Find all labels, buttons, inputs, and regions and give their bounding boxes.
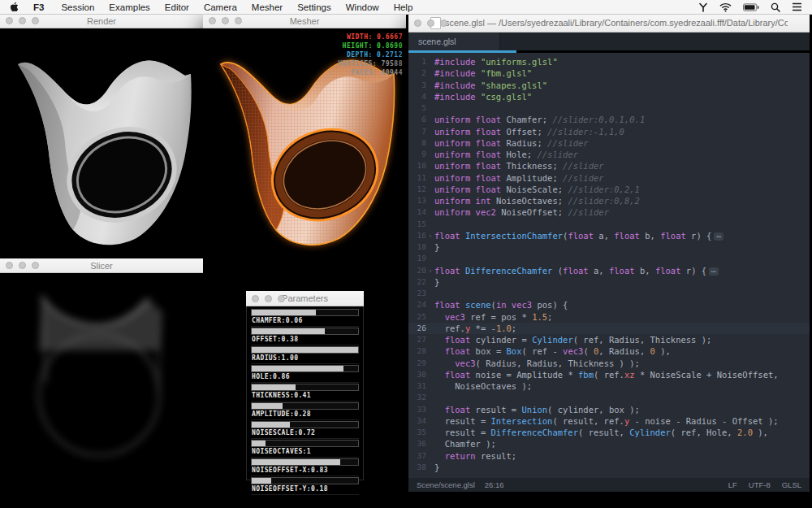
code-line-5[interactable]: 5 (408, 102, 810, 114)
fold-arrow-icon[interactable]: › (426, 265, 434, 276)
slider-radius[interactable]: RADIUS:1.00 (251, 346, 359, 364)
slider-chamfer[interactable]: CHAMFER:0.06 (251, 309, 359, 327)
zoom-button[interactable] (278, 295, 285, 302)
status-item[interactable]: GLSL (782, 480, 801, 489)
code-line-31[interactable]: 31 NoiseOctaves ); (408, 380, 810, 392)
parameters-titlebar[interactable]: Parameters (246, 291, 364, 306)
tab-scene-glsl[interactable]: scene.glsl (408, 33, 500, 50)
slider-offset[interactable]: OFFSET:0.38 (251, 328, 359, 345)
code-line-16[interactable]: 16›float IntersectionChamfer(float a, fl… (408, 230, 810, 241)
menu-item-editor[interactable]: Editor (158, 2, 197, 12)
menu-item-session[interactable]: Session (54, 2, 102, 12)
slider-track[interactable] (251, 346, 359, 354)
code-line-2[interactable]: 2#include "fbm.glsl" (408, 67, 810, 79)
code-editor[interactable]: 1#include "uniforms.glsl"2#include "fbm.… (408, 53, 810, 478)
slider-track[interactable] (251, 309, 359, 316)
code-line-13[interactable]: 13uniform int NoiseOctaves; //slider:0,8… (408, 195, 810, 206)
wifi-icon[interactable] (719, 2, 732, 12)
minimize-button[interactable] (222, 17, 229, 24)
code-line-3[interactable]: 3#include "shapes.glsl" (408, 80, 810, 91)
menu-item-examples[interactable]: Examples (102, 2, 158, 12)
minimize-button[interactable] (19, 262, 26, 269)
slicer-viewport[interactable] (0, 273, 203, 508)
menu-item-help[interactable]: Help (387, 2, 421, 12)
slider-track[interactable] (251, 365, 359, 372)
y-tool-icon[interactable] (698, 2, 708, 12)
code-line-1[interactable]: 1#include "uniforms.glsl" (408, 56, 810, 67)
code-line-35[interactable]: 35 result = DifferenceChamfer( result, C… (408, 427, 810, 438)
slider-noiseoctaves[interactable]: NOISEOCTAVES:1 (251, 440, 359, 458)
mesher-viewport[interactable]: WIDTH: 0.6667HEIGHT: 0.8690DEPTH: 0.2712… (203, 28, 406, 258)
mesher-titlebar[interactable]: Mesher (203, 14, 406, 28)
zoom-button[interactable] (32, 17, 39, 24)
code-line-12[interactable]: 12uniform float NoiseScale; //slider:0,2… (408, 184, 810, 195)
code-line-8[interactable]: 8uniform float Radius; //slider (408, 137, 810, 149)
code-line-38[interactable]: 38} (408, 462, 810, 473)
slider-track[interactable] (251, 384, 359, 391)
slider-track[interactable] (251, 440, 359, 447)
code-line-32[interactable]: 32 (408, 392, 810, 403)
battery-icon[interactable] (743, 3, 759, 11)
minimize-button[interactable] (427, 20, 434, 27)
close-button[interactable] (252, 295, 259, 302)
minimize-button[interactable] (265, 295, 272, 302)
code-line-37[interactable]: 37 return result; (408, 450, 810, 462)
zoom-button[interactable] (32, 262, 39, 269)
slider-thickness[interactable]: THICKNESS:0.41 (251, 384, 359, 402)
code-line-25[interactable]: 25 vec3 ref = pos * 1.5; (408, 311, 810, 323)
code-line-19[interactable]: 19 (408, 253, 810, 264)
code-line-9[interactable]: 9uniform float Hole; //slider (408, 149, 810, 160)
code-line-15[interactable]: 15 (408, 219, 810, 230)
zoom-button[interactable] (440, 20, 447, 27)
code-line-36[interactable]: 36 Chamfer ); (408, 438, 810, 449)
code-line-11[interactable]: 11uniform float Amplitude; //slider (408, 172, 810, 184)
code-line-14[interactable]: 14uniform vec2 NoiseOffset; //slider (408, 206, 810, 218)
slider-track[interactable] (251, 477, 359, 484)
spotlight-search-icon[interactable] (771, 2, 780, 12)
slider-track[interactable] (251, 458, 359, 466)
close-button[interactable] (6, 262, 13, 269)
code-line-20[interactable]: 20›float DifferenceChamfer (float a, flo… (408, 265, 810, 276)
code-line-30[interactable]: 30 float noise = Amplitude * fbm( ref.xz… (408, 369, 810, 380)
slider-amplitude[interactable]: AMPLITUDE:0.28 (251, 402, 359, 420)
code-line-18[interactable]: 18} (408, 241, 810, 253)
code-line-29[interactable]: 29 vec3( Radius, Radius, Thickness ) ); (408, 358, 810, 369)
slider-hole[interactable]: HOLE:0.86 (251, 365, 359, 383)
minimize-button[interactable] (19, 17, 26, 24)
menu-item-app[interactable]: F3 (27, 2, 50, 12)
editor-titlebar[interactable]: scene.glsl — /Users/syedrezaali/Library/… (408, 14, 810, 33)
notification-center-icon[interactable] (792, 2, 802, 11)
code-line-34[interactable]: 34 result = Intersection( result, ref.y … (408, 415, 810, 427)
zoom-button[interactable] (235, 17, 242, 24)
code-line-6[interactable]: 6uniform float Chamfer; //slider:0,0.1,0… (408, 114, 810, 125)
code-line-33[interactable]: 33 float result = Union( cylinder, box )… (408, 404, 810, 415)
menu-item-settings[interactable]: Settings (290, 2, 339, 12)
close-button[interactable] (6, 17, 13, 24)
slider-noiseoffset-y[interactable]: NOISEOFFSET-Y:0.18 (251, 477, 359, 495)
code-line-27[interactable]: 27 float cylinder = Cylinder( ref, Radiu… (408, 334, 810, 345)
code-line-23[interactable]: 23 (408, 288, 810, 299)
status-item[interactable]: UTF-8 (749, 480, 771, 489)
menu-item-camera[interactable]: Camera (197, 2, 244, 12)
fold-arrow-icon[interactable]: › (426, 230, 434, 241)
code-line-7[interactable]: 7uniform float Offset; //slider:-1,1,0 (408, 126, 810, 137)
status-item[interactable]: LF (728, 480, 737, 489)
code-line-10[interactable]: 10uniform float Thickness; //slider (408, 160, 810, 172)
code-line-24[interactable]: 24float scene(in vec3 pos) { (408, 299, 810, 310)
code-line-22[interactable]: 22} (408, 276, 810, 288)
menu-item-window[interactable]: Window (339, 2, 387, 12)
slider-noiseoffset-x[interactable]: NOISEOFFSET-X:0.83 (251, 458, 359, 476)
slider-noisescale[interactable]: NOISESCALE:0.72 (251, 421, 359, 439)
slider-track[interactable] (251, 328, 359, 335)
close-button[interactable] (209, 17, 216, 24)
slider-track[interactable] (251, 421, 359, 428)
code-line-28[interactable]: 28 float box = Box( ref - vec3( 0, Radiu… (408, 345, 810, 357)
slider-track[interactable] (251, 402, 359, 410)
code-line-26[interactable]: 26 ref.y *= -1.0; (408, 323, 810, 334)
menu-item-mesher[interactable]: Mesher (244, 2, 290, 12)
close-button[interactable] (414, 20, 421, 27)
apple-menu-icon[interactable] (10, 2, 19, 12)
render-titlebar[interactable]: Render (0, 14, 203, 28)
render-viewport[interactable] (0, 28, 203, 258)
code-line-4[interactable]: 4#include "csg.glsl" (408, 91, 810, 102)
